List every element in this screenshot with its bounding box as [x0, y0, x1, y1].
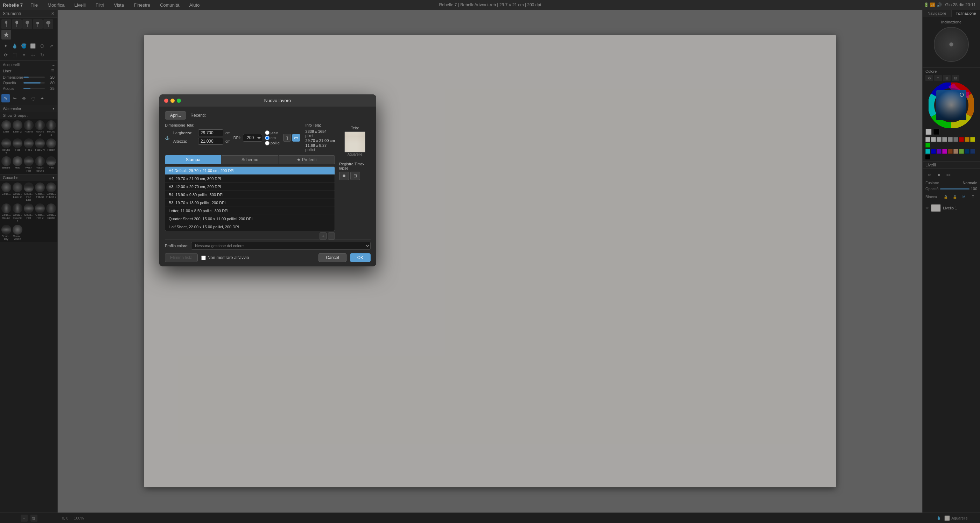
info-cm-val: 29.70 x 21.00 cm: [305, 138, 335, 143]
altezza-label: Altezza:: [173, 139, 196, 143]
info-pixel-val: 2339 x 1654 pixel: [305, 129, 335, 138]
radio-pollici-label[interactable]: pollici: [265, 141, 280, 146]
preset-b4-label: B4, 13.90 x 9.80 pollici, 300 DPI: [169, 193, 224, 197]
radio-cm-label[interactable]: cm: [265, 136, 280, 140]
modal-top-row: Apri... Recenti:: [165, 111, 371, 120]
maximize-window-btn[interactable]: [177, 98, 181, 103]
preset-list: A4 Default, 29.70 x 21.00 cm, 200 DPI A4…: [165, 166, 335, 231]
canvas-dims-area: Dimensione Tela: ⚓ Larghezza:: [165, 123, 335, 239]
close-window-btn[interactable]: [164, 98, 169, 103]
radio-pollici[interactable]: [265, 141, 269, 146]
larghezza-altezza-block: Larghezza: cm Altezza: cm: [173, 129, 231, 146]
altezza-unit: cm: [225, 139, 231, 143]
timelapse-label: Registra Time-lapse: [339, 162, 371, 170]
larghezza-row: ⚓ Larghezza: cm Altezza:: [165, 129, 300, 146]
preset-b4[interactable]: B4, 13.90 x 9.80 pollici, 300 DPI: [165, 191, 335, 199]
dims-and-info: Dimensione Tela: ⚓ Larghezza:: [165, 123, 335, 152]
color-profile-label: Profilo colore:: [165, 244, 188, 248]
tab-schermo[interactable]: Schermo: [221, 155, 278, 164]
preset-halfsheet-label: Half Sheet, 22.00 x 15.00 pollici, 200 D…: [169, 225, 239, 229]
radio-cm[interactable]: [265, 136, 269, 140]
preset-a3[interactable]: A3, 42.00 x 29.70 cm, 200 DPI: [165, 183, 335, 191]
orient-portrait[interactable]: ▯: [283, 134, 291, 142]
recenti-label: Recenti:: [190, 111, 206, 120]
preset-a4-300-label: A4, 29.70 x 21.00 cm, 300 DPI: [169, 176, 221, 181]
minimize-window-btn[interactable]: [170, 98, 175, 103]
color-profile-row: Profilo colore: Nessuna gestione del col…: [165, 239, 371, 250]
modal-title: Nuovo lavoro: [184, 98, 371, 103]
dpi-select[interactable]: 200 300 150 72: [243, 134, 262, 142]
timelapse-btns: ⏺ ⊟: [339, 172, 371, 180]
modal-dialog: Nuovo lavoro Apri... Recenti: Dimens: [159, 94, 376, 266]
modal-bottom-row: Elimina lista Non mostrare all'avvio Can…: [165, 253, 371, 262]
orient-landscape[interactable]: ▭: [292, 134, 300, 142]
larghezza-label: Larghezza:: [173, 131, 196, 135]
altezza-input-row: Altezza: cm: [173, 138, 231, 145]
radio-pixel[interactable]: [265, 130, 269, 135]
cancel-button[interactable]: Cancel: [318, 253, 346, 262]
non-mostrare-label: Non mostrare all'avvio: [208, 255, 249, 260]
pixel-label: pixel: [270, 130, 278, 135]
add-preset-btn[interactable]: +: [320, 233, 326, 239]
preset-manage-btns: + −: [165, 233, 335, 239]
preset-halfsheet[interactable]: Half Sheet, 22.00 x 15.00 pollici, 200 D…: [165, 223, 335, 231]
cm-label: cm: [270, 136, 276, 140]
preset-quartersheet[interactable]: Quarter Sheet 200, 15.00 x 11.00 pollici…: [165, 215, 335, 223]
tela-label: Tela:: [339, 126, 371, 130]
radio-unit-block: pixel cm pollici: [265, 130, 280, 146]
modal-overlay: Nuovo lavoro Apri... Recenti: Dimens: [0, 0, 980, 523]
tela-name-label: Aquarelle: [339, 152, 371, 156]
timelapse-btn-video[interactable]: ⏺: [339, 172, 349, 180]
larghezza-input[interactable]: [198, 129, 223, 136]
radio-pixel-label[interactable]: pixel: [265, 130, 280, 135]
tab-stampa[interactable]: Stampa: [165, 155, 221, 164]
elimina-lista-btn[interactable]: Elimina lista: [165, 253, 198, 262]
modal-main-content: Dimensione Tela: ⚓ Larghezza:: [165, 123, 371, 239]
size-tabs: Stampa Schermo ★ Preferiti: [165, 155, 335, 164]
preset-a4-300[interactable]: A4, 29.70 x 21.00 cm, 300 DPI: [165, 175, 335, 183]
modal-titlebar: Nuovo lavoro: [159, 94, 376, 107]
dpi-block: DPI: 200 300 150 72: [234, 134, 262, 142]
altezza-input[interactable]: [198, 138, 223, 145]
larghezza-input-row: Larghezza: cm: [173, 129, 231, 136]
modal-body: Apri... Recenti: Dimensione Tela:: [159, 107, 376, 266]
info-tela-title: Info Tela:: [305, 123, 335, 127]
tab-preferiti[interactable]: ★ Preferiti: [278, 155, 335, 164]
ok-button[interactable]: OK: [350, 253, 371, 262]
preset-a4-default[interactable]: A4 Default, 29.70 x 21.00 cm, 200 DPI: [165, 167, 335, 175]
preset-letter[interactable]: Letter, 11.00 x 8.50 pollici, 300 DPI: [165, 207, 335, 215]
preset-b3-label: B3, 19.70 x 13.90 pollici, 200 DPI: [169, 201, 226, 205]
link-icon: ⚓: [165, 136, 170, 140]
info-pollici-val: 11.69 x 8.27 pollici: [305, 143, 335, 152]
timelapse-btn-frames[interactable]: ⊟: [350, 172, 360, 180]
orient-btns: ▯ ▭: [283, 134, 300, 142]
preset-letter-label: Letter, 11.00 x 8.50 pollici, 300 DPI: [169, 209, 229, 213]
dim-tela-label: Dimensione Tela:: [165, 123, 300, 127]
traffic-lights: [164, 98, 181, 103]
non-mostrare-row: Non mostrare all'avvio: [201, 255, 249, 260]
larghezza-unit: cm: [225, 131, 231, 135]
tela-preview-img[interactable]: [344, 132, 365, 152]
info-tela-block: Info Tela: 2339 x 1654 pixel 29.70 x 21.…: [305, 123, 335, 152]
tela-preview-section: Tela: Aquarelle: [339, 126, 371, 156]
dpi-label: DPI:: [234, 136, 241, 140]
right-modal-col: Tela: Aquarelle Registra Time-lapse ⏺ ⊟: [339, 123, 371, 239]
pollici-label: pollici: [270, 141, 280, 145]
timelapse-section: Registra Time-lapse ⏺ ⊟: [339, 162, 371, 180]
preset-a3-label: A3, 42.00 x 29.70 cm, 200 DPI: [169, 185, 221, 189]
dpi-row: DPI: 200 300 150 72: [234, 134, 262, 142]
dimensions-block: Dimensione Tela: ⚓ Larghezza:: [165, 123, 300, 147]
remove-preset-btn[interactable]: −: [328, 233, 335, 239]
preset-b3[interactable]: B3, 19.70 x 13.90 pollici, 200 DPI: [165, 199, 335, 207]
apri-button[interactable]: Apri...: [165, 111, 186, 120]
preset-quartersheet-label: Quarter Sheet 200, 15.00 x 11.00 pollici…: [169, 217, 253, 221]
color-profile-select[interactable]: Nessuna gestione del colore: [191, 242, 371, 250]
preset-a4-default-label: A4 Default, 29.70 x 21.00 cm, 200 DPI: [169, 168, 234, 173]
non-mostrare-checkbox[interactable]: [201, 255, 206, 260]
